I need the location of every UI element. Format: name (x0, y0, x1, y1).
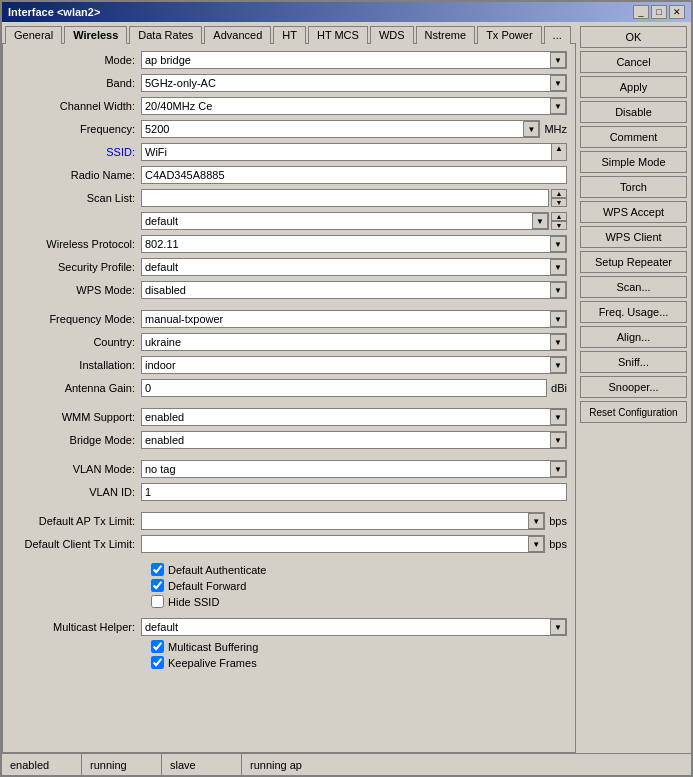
cancel-button[interactable]: Cancel (580, 51, 687, 73)
default-ap-tx-row: Default AP Tx Limit: ▼ bps (11, 511, 567, 531)
multicast-helper-select[interactable]: default (141, 618, 567, 636)
tab-nstreme[interactable]: Nstreme (416, 26, 476, 44)
wmm-support-select[interactable]: enabled (141, 408, 567, 426)
ssid-row: SSID: ▲ (11, 142, 567, 162)
ssid-label: SSID: (11, 146, 141, 158)
security-profile-select[interactable]: default (141, 258, 567, 276)
tab-advanced[interactable]: Advanced (204, 26, 271, 44)
mode-select[interactable]: ap bridge (141, 51, 567, 69)
default-client-tx-input[interactable] (141, 535, 545, 553)
security-profile-label: Security Profile: (11, 261, 141, 273)
country-label: Country: (11, 336, 141, 348)
hide-ssid-row: Hide SSID (11, 595, 567, 608)
wps-mode-label: WPS Mode: (11, 284, 141, 296)
bridge-mode-label: Bridge Mode: (11, 434, 141, 446)
right-panel: OK Cancel Apply Disable Comment Simple M… (576, 22, 691, 753)
hide-ssid-checkbox[interactable] (151, 595, 164, 608)
scan-list-default-select[interactable]: default (141, 212, 549, 230)
scan-list-default-down-icon[interactable]: ▼ (551, 221, 567, 230)
reset-configuration-button[interactable]: Reset Configuration (580, 401, 687, 423)
radio-name-row: Radio Name: (11, 165, 567, 185)
band-row: Band: 5GHz-only-AC ▼ (11, 73, 567, 93)
window-title: Interface <wlan2> (8, 6, 100, 18)
scan-list-down-icon[interactable]: ▼ (551, 198, 567, 207)
bridge-mode-row: Bridge Mode: enabled ▼ (11, 430, 567, 450)
align-button[interactable]: Align... (580, 326, 687, 348)
wps-accept-button[interactable]: WPS Accept (580, 201, 687, 223)
wireless-protocol-row: Wireless Protocol: 802.11 ▼ (11, 234, 567, 254)
country-select[interactable]: ukraine (141, 333, 567, 351)
country-row: Country: ukraine ▼ (11, 332, 567, 352)
default-ap-tx-input[interactable] (141, 512, 545, 530)
vlan-mode-row: VLAN Mode: no tag ▼ (11, 459, 567, 479)
keepalive-frames-row: Keepalive Frames (11, 656, 567, 669)
frequency-select[interactable]: 5200 (141, 120, 540, 138)
default-client-tx-unit: bps (549, 538, 567, 550)
band-select-wrap: 5GHz-only-AC ▼ (141, 74, 567, 92)
vlan-id-row: VLAN ID: (11, 482, 567, 502)
mhz-label: MHz (544, 123, 567, 135)
keepalive-frames-checkbox[interactable] (151, 656, 164, 669)
ok-button[interactable]: OK (580, 26, 687, 48)
scan-list-select-wrap (141, 189, 549, 207)
disable-button[interactable]: Disable (580, 101, 687, 123)
multicast-buffering-checkbox[interactable] (151, 640, 164, 653)
installation-select[interactable]: indoor (141, 356, 567, 374)
default-authenticate-row: Default Authenticate (11, 563, 567, 576)
antenna-gain-row: Antenna Gain: dBi (11, 378, 567, 398)
tab-wds[interactable]: WDS (370, 26, 414, 44)
scan-list-label: Scan List: (11, 192, 141, 204)
default-client-tx-row: Default Client Tx Limit: ▼ bps (11, 534, 567, 554)
tab-tx-power[interactable]: Tx Power (477, 26, 541, 44)
tab-general[interactable]: General (5, 26, 62, 44)
scan-list-row: Scan List: ▲ ▼ (11, 188, 567, 208)
vlan-id-input[interactable] (141, 483, 567, 501)
wps-client-button[interactable]: WPS Client (580, 226, 687, 248)
ssid-scroll-up[interactable]: ▲ (551, 143, 567, 161)
tab-ht[interactable]: HT (273, 26, 306, 44)
close-button[interactable]: ✕ (669, 5, 685, 19)
freq-usage-button[interactable]: Freq. Usage... (580, 301, 687, 323)
default-forward-checkbox[interactable] (151, 579, 164, 592)
multicast-buffering-label: Multicast Buffering (168, 641, 258, 653)
wireless-protocol-select[interactable]: 802.11 (141, 235, 567, 253)
comment-button[interactable]: Comment (580, 126, 687, 148)
channel-width-label: Channel Width: (11, 100, 141, 112)
radio-name-label: Radio Name: (11, 169, 141, 181)
default-authenticate-checkbox[interactable] (151, 563, 164, 576)
multicast-helper-row: Multicast Helper: default ▼ (11, 617, 567, 637)
ssid-input[interactable] (141, 143, 567, 161)
scan-button[interactable]: Scan... (580, 276, 687, 298)
apply-button[interactable]: Apply (580, 76, 687, 98)
setup-repeater-button[interactable]: Setup Repeater (580, 251, 687, 273)
snooper-button[interactable]: Snooper... (580, 376, 687, 398)
band-select[interactable]: 5GHz-only-AC (141, 74, 567, 92)
scan-list-default-up-icon[interactable]: ▲ (551, 212, 567, 221)
wps-mode-row: WPS Mode: disabled ▼ (11, 280, 567, 300)
tab-more[interactable]: ... (544, 26, 571, 44)
simple-mode-button[interactable]: Simple Mode (580, 151, 687, 173)
scan-list-default-wrap: default ▼ (141, 212, 549, 230)
torch-button[interactable]: Torch (580, 176, 687, 198)
channel-width-select[interactable]: 20/40MHz Ce (141, 97, 567, 115)
frequency-mode-select[interactable]: manual-txpower (141, 310, 567, 328)
antenna-gain-input[interactable] (141, 379, 547, 397)
wps-mode-select[interactable]: disabled (141, 281, 567, 299)
tab-wireless[interactable]: Wireless (64, 26, 127, 44)
minimize-button[interactable]: _ (633, 5, 649, 19)
default-ap-tx-select-wrap: ▼ (141, 512, 545, 530)
scan-list-up-icon[interactable]: ▲ (551, 189, 567, 198)
radio-name-input[interactable] (141, 166, 567, 184)
installation-select-wrap: indoor ▼ (141, 356, 567, 374)
tab-data-rates[interactable]: Data Rates (129, 26, 202, 44)
maximize-button[interactable]: □ (651, 5, 667, 19)
frequency-mode-label: Frequency Mode: (11, 313, 141, 325)
wireless-protocol-label: Wireless Protocol: (11, 238, 141, 250)
bridge-mode-select[interactable]: enabled (141, 431, 567, 449)
sniff-button[interactable]: Sniff... (580, 351, 687, 373)
scan-list-input[interactable] (141, 189, 549, 207)
tab-ht-mcs[interactable]: HT MCS (308, 26, 368, 44)
scan-list-controls: ▲ ▼ (551, 189, 567, 207)
keepalive-frames-label: Keepalive Frames (168, 657, 257, 669)
vlan-mode-select[interactable]: no tag (141, 460, 567, 478)
